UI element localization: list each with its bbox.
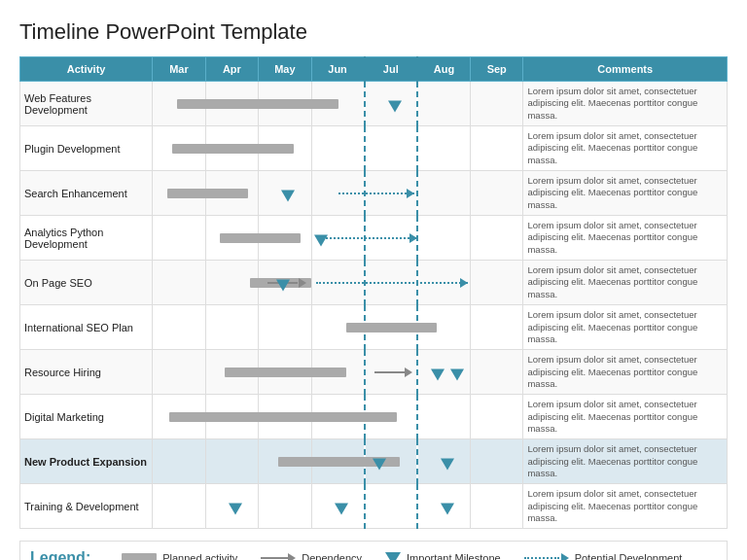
month-cell-r8-c2: [259, 439, 311, 484]
arrow-line: [374, 371, 405, 373]
milestone-marker: [450, 368, 464, 380]
legend-arrow-head: [288, 553, 296, 560]
month-cell-r2-c0: [153, 171, 205, 216]
month-cell-r8-c1: [205, 439, 258, 484]
header-comments: Comments: [523, 57, 728, 82]
month-cell-r2-c5: [417, 171, 470, 216]
comment-cell: Lorem ipsum dolor sit amet, consectetuer…: [523, 439, 728, 484]
month-cell-r4-c3: [311, 261, 364, 305]
month-cell-r4-c6: [470, 261, 522, 305]
legend-potential: Potential Development: [524, 552, 683, 560]
comment-cell: Lorem ipsum dolor sit amet, consectetuer…: [523, 484, 728, 529]
month-cell-r4-c0: [153, 261, 205, 305]
legend-arrow-icon: [261, 553, 296, 560]
month-cell-r3-c3: [311, 216, 364, 261]
milestone-marker: [441, 503, 454, 514]
month-cell-r9-c6: [470, 484, 522, 529]
legend-dependency: Dependency: [261, 552, 362, 560]
comment-cell: Lorem ipsum dolor sit amet, consectetuer…: [523, 171, 728, 216]
milestone-marker: [373, 458, 386, 470]
month-cell-r0-c5: [417, 82, 470, 126]
header-mar: Mar: [153, 57, 205, 82]
legend-arrow-line: [261, 557, 288, 559]
activity-cell: On Page SEO: [20, 261, 153, 305]
milestone-marker: [441, 458, 454, 470]
comment-cell: Lorem ipsum dolor sit amet, consectetuer…: [523, 216, 728, 261]
month-cell-r8-c0: [153, 439, 205, 484]
legend-milestone-icon: [385, 552, 401, 560]
legend-dotted-icon: [524, 553, 569, 560]
activity-cell: Analytics Python Development: [20, 216, 153, 261]
milestone-marker: [431, 368, 445, 380]
month-cell-r5-c3: [311, 305, 364, 350]
activity-cell: Search Enhancement: [20, 171, 153, 216]
month-cell-r2-c6: [470, 171, 522, 216]
header-may: May: [259, 57, 311, 82]
month-cell-r8-c6: [470, 439, 522, 484]
month-cell-r3-c0: [153, 216, 205, 261]
arrow-head: [299, 278, 306, 288]
month-cell-r9-c4: [365, 484, 417, 529]
comment-cell: Lorem ipsum dolor sit amet, consectetuer…: [523, 126, 728, 171]
month-cell-r2-c2: [259, 171, 311, 216]
comment-cell: Lorem ipsum dolor sit amet, consectetuer…: [523, 395, 728, 439]
month-cell-r0-c6: [470, 82, 522, 126]
activity-cell: Digital Marketing: [20, 395, 153, 439]
milestone-marker: [229, 503, 242, 514]
legend-planned-label: Planned activity: [162, 552, 237, 560]
gantt-bar: [169, 412, 397, 422]
legend-dotted-arrow: [561, 553, 569, 560]
gantt-bar: [225, 368, 346, 377]
legend-milestone-label: Important Milestone: [407, 552, 501, 560]
milestone-marker: [281, 190, 295, 201]
month-cell-r5-c6: [470, 305, 522, 350]
month-cell-r1-c6: [470, 126, 522, 171]
month-cell-r6-c1: [205, 350, 258, 395]
month-cell-r5-c1: [205, 305, 258, 350]
month-cell-r7-c6: [470, 395, 522, 439]
month-cell-r7-c5: [417, 395, 470, 439]
gantt-bar: [172, 144, 294, 154]
month-cell-r0-c4: [365, 82, 417, 126]
page-title: Timeline PowerPoint Template: [19, 19, 728, 45]
gantt-bar: [346, 323, 438, 332]
comment-cell: Lorem ipsum dolor sit amet, consectetuer…: [523, 350, 728, 395]
month-cell-r3-c1: [205, 216, 258, 261]
activity-cell: New Product Expansion: [20, 439, 153, 484]
dotted-line: [326, 237, 417, 239]
dotted-arrow: [409, 233, 417, 243]
header-sep: Sep: [470, 57, 522, 82]
header-jun: Jun: [311, 57, 364, 82]
header-aug: Aug: [417, 57, 470, 82]
dotted-arrow: [407, 189, 414, 198]
month-cell-r0-c0: [153, 82, 205, 126]
gantt-bar: [167, 189, 248, 198]
month-cell-r1-c3: [311, 126, 364, 171]
legend-dotted-line: [524, 557, 559, 559]
month-cell-r5-c2: [259, 305, 311, 350]
gantt-bar: [220, 233, 301, 243]
month-cell-r3-c5: [417, 216, 470, 261]
header-jul: Jul: [365, 57, 417, 82]
comment-cell: Lorem ipsum dolor sit amet, consectetuer…: [523, 305, 728, 350]
activity-cell: International SEO Plan: [20, 305, 153, 350]
month-cell-r8-c5: [417, 439, 470, 484]
activity-cell: Plugin Development: [20, 126, 153, 171]
activity-cell: Training & Development: [20, 484, 153, 529]
month-cell-r9-c5: [417, 484, 470, 529]
milestone-marker: [335, 503, 348, 514]
comment-cell: Lorem ipsum dolor sit amet, consectetuer…: [523, 82, 728, 126]
legend-potential-label: Potential Development: [575, 552, 683, 560]
gantt-bar: [177, 99, 338, 109]
month-cell-r1-c5: [417, 126, 470, 171]
month-cell-r9-c1: [205, 484, 258, 529]
activity-cell: Web Features Development: [20, 82, 153, 126]
month-cell-r1-c4: [365, 126, 417, 171]
legend-bar-icon: [122, 553, 157, 560]
dotted-line: [338, 192, 414, 194]
legend-milestone: Important Milestone: [385, 552, 501, 560]
month-cell-r3-c6: [470, 216, 522, 261]
month-cell-r9-c3: [311, 484, 364, 529]
month-cell-r6-c4: [365, 350, 417, 395]
comment-cell: Lorem ipsum dolor sit amet, consectetuer…: [523, 261, 728, 305]
